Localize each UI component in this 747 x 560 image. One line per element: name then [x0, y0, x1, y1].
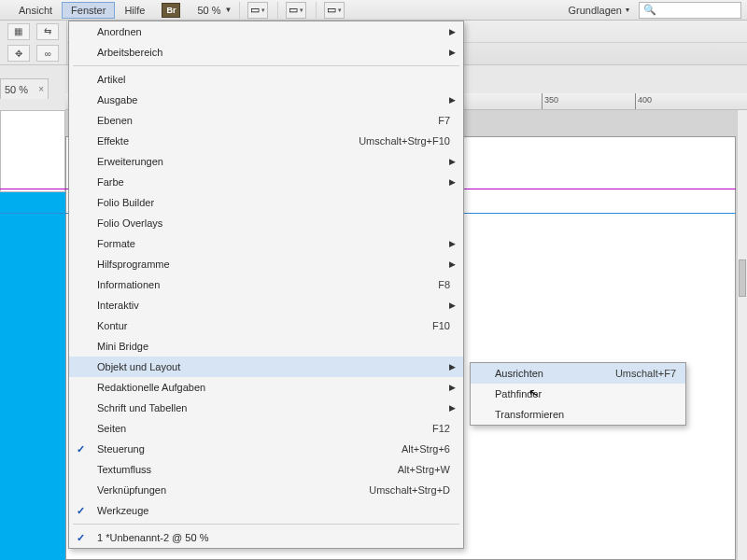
chain-icon[interactable]: ∞	[36, 45, 59, 62]
menu-item-label: Informationen	[97, 279, 438, 290]
menu-item[interactable]: VerknüpfungenUmschalt+Strg+D	[69, 480, 463, 500]
menu-item-label: Objekt und Layout	[97, 361, 454, 372]
menu-item[interactable]: KonturF10	[69, 315, 463, 336]
menu-item[interactable]: Redaktionelle Aufgaben▶	[69, 377, 463, 398]
link-icon[interactable]: ⇆	[36, 23, 59, 40]
menu-item[interactable]: Ausgabe▶	[69, 90, 463, 110]
view-options-button[interactable]: ▭	[324, 2, 345, 19]
menu-item-label: Anordnen	[97, 26, 454, 37]
menubar: Ansicht Fenster Hilfe Br 50 %▼ ▭ ▭ ▭ Gru…	[0, 0, 747, 21]
submenu-arrow-icon: ▶	[449, 95, 456, 105]
menu-item[interactable]: Anordnen▶	[69, 21, 463, 42]
document-tab-label: 50 %	[5, 84, 28, 95]
anchor-icon[interactable]: ✥	[7, 45, 30, 62]
menu-item-label: Mini Bridge	[97, 341, 454, 352]
menu-item[interactable]: InformationenF8	[69, 274, 463, 295]
menu-item[interactable]: ✓SteuerungAlt+Strg+6	[69, 439, 463, 459]
submenu-item-label: Transformieren	[495, 409, 676, 420]
menu-item[interactable]: Folio Builder	[69, 192, 463, 213]
menu-item[interactable]: Erweiterungen▶	[69, 151, 463, 172]
vertical-scrollbar[interactable]	[737, 110, 747, 560]
check-icon: ✓	[77, 505, 85, 517]
menu-separator	[73, 524, 459, 525]
submenu-arrow-icon: ▶	[449, 259, 456, 269]
submenu-arrow-icon: ▶	[449, 239, 456, 248]
search-input[interactable]: 🔍	[639, 2, 741, 19]
menu-item[interactable]: ✓1 *Unbenannt-2 @ 50 %	[69, 527, 463, 548]
workspace-switcher[interactable]: Grundlagen▾	[563, 3, 636, 18]
submenu-item[interactable]: Pathfinder	[471, 384, 685, 404]
menu-item[interactable]: TextumflussAlt+Strg+W	[69, 459, 463, 480]
ruler-tick: 400	[635, 93, 652, 110]
menu-item[interactable]: Formate▶	[69, 233, 463, 254]
menu-item-label: Folio Overlays	[97, 217, 454, 229]
submenu-item[interactable]: AusrichtenUmschalt+F7	[471, 363, 685, 384]
menu-item[interactable]: Hilfsprogramme▶	[69, 254, 463, 274]
menu-item-label: Steuerung	[97, 443, 402, 455]
menu-item[interactable]: Schrift und Tabellen▶	[69, 398, 463, 418]
document-tab[interactable]: 50 % ×	[0, 78, 49, 99]
menu-item[interactable]: Mini Bridge	[69, 336, 463, 357]
menu-item-label: Effekte	[97, 135, 359, 147]
zoom-control[interactable]: 50 %▼	[197, 5, 232, 16]
menu-item-label: Formate	[97, 238, 454, 249]
fenster-menu: Anordnen▶Arbeitsbereich▶ArtikelAusgabe▶E…	[68, 21, 464, 549]
submenu-item-label: Pathfinder	[495, 388, 676, 399]
menu-item-label: Textumfluss	[97, 464, 398, 475]
menu-item[interactable]: EffekteUmschalt+Strg+F10	[69, 131, 463, 151]
menu-item-label: Folio Builder	[97, 197, 454, 208]
menu-item[interactable]: Artikel	[69, 69, 463, 90]
menu-item[interactable]: ✓Werkzeuge	[69, 500, 463, 521]
check-icon: ✓	[77, 532, 85, 544]
menu-ansicht[interactable]: Ansicht	[9, 2, 62, 19]
menu-shortcut: Alt+Strg+6	[402, 443, 450, 455]
ruler-tick: 350	[542, 93, 558, 110]
menu-item-label: Ausgabe	[97, 94, 454, 105]
menu-item[interactable]: Farbe▶	[69, 172, 463, 192]
menu-item[interactable]: Folio Overlays	[69, 213, 463, 233]
submenu-arrow-icon: ▶	[449, 362, 456, 371]
menu-item-label: Erweiterungen	[97, 156, 454, 167]
submenu-arrow-icon: ▶	[449, 177, 456, 187]
submenu-arrow-icon: ▶	[449, 403, 456, 413]
arrange-button[interactable]: ▭	[286, 2, 306, 19]
blue-strip	[0, 192, 65, 560]
menu-item-label: Artikel	[97, 74, 454, 85]
menu-shortcut: F10	[432, 320, 450, 331]
cursor-icon: ↖	[528, 385, 542, 401]
chevron-down-icon: ▾	[626, 6, 629, 14]
bridge-button[interactable]: Br	[162, 3, 180, 18]
menu-fenster[interactable]: Fenster	[62, 2, 115, 19]
menu-item-label: Hilfsprogramme	[97, 259, 454, 270]
menu-item-label: Verknüpfungen	[97, 484, 369, 496]
scrollbar-thumb[interactable]	[739, 259, 746, 297]
menu-item-label: Interaktiv	[97, 300, 454, 311]
menu-item-label: Seiten	[97, 423, 432, 434]
menu-item[interactable]: Arbeitsbereich▶	[69, 42, 463, 63]
submenu-arrow-icon: ▶	[449, 27, 456, 36]
close-icon[interactable]: ×	[38, 84, 44, 94]
menu-shortcut: Umschalt+Strg+F10	[359, 135, 450, 147]
submenu-shortcut: Umschalt+F7	[615, 368, 676, 379]
search-icon: 🔍	[643, 4, 656, 16]
menu-item[interactable]: Interaktiv▶	[69, 295, 463, 315]
separator	[239, 2, 240, 19]
chevron-down-icon: ▼	[224, 6, 232, 14]
menu-shortcut: F8	[438, 279, 450, 290]
control-left: ▦⇆ ✥∞	[0, 21, 67, 64]
menu-separator	[73, 65, 459, 66]
ref-point-icon[interactable]: ▦	[7, 23, 30, 40]
menu-item-label: Ebenen	[97, 115, 438, 126]
menu-item-label: Redaktionelle Aufgaben	[97, 382, 454, 393]
menu-item-label: Farbe	[97, 176, 454, 188]
submenu-item[interactable]: Transformieren	[471, 404, 685, 425]
workspace-label: Grundlagen	[569, 5, 623, 16]
menu-shortcut: Umschalt+Strg+D	[369, 484, 450, 496]
screen-mode-button[interactable]: ▭	[247, 2, 268, 19]
menu-item[interactable]: EbenenF7	[69, 110, 463, 131]
menu-hilfe[interactable]: Hilfe	[115, 2, 154, 19]
menu-item[interactable]: Objekt und Layout▶	[69, 357, 463, 377]
objekt-layout-submenu: AusrichtenUmschalt+F7PathfinderTransform…	[470, 362, 686, 426]
menu-item[interactable]: SeitenF12	[69, 418, 463, 439]
menu-item-label: Kontur	[97, 320, 432, 331]
